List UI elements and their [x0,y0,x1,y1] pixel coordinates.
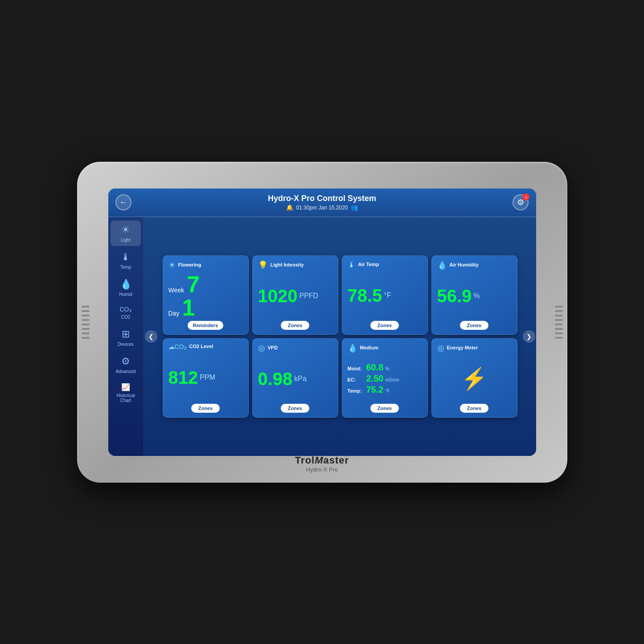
card-humidity-header: 💧 Air Humidity [437,260,512,270]
brand-sub: Hydro-X Pro [295,466,349,473]
humidity-zones-button[interactable]: Zones [460,321,488,330]
energy-zones-button[interactable]: Zones [460,404,488,413]
week-row: Week 7 [168,273,243,296]
vpd-value: 0.98 [258,370,293,388]
humidity-unit: % [473,292,480,300]
back-button[interactable]: ← [115,194,131,210]
network-icon: 👥 [351,204,358,211]
moist-value: 60.8 [366,362,384,373]
sidebar-item-light[interactable]: ☀ Light [111,221,141,246]
light-value-area: 1020 PPFD [258,273,332,319]
flowering-title: Flowering [178,262,201,268]
sidebar-label-historical: Historical Chart [112,393,139,403]
sidebar-label-humid: Humid [119,292,132,297]
vent-right [555,306,563,339]
card-flowering-header: ☀ Flowering [168,260,243,270]
ec-value: 2.50 [366,373,384,384]
card-medium: 💧 Medium Moist: 60.8 % EC: [342,338,428,418]
sidebar-item-historical[interactable]: 📈 Historical Chart [111,379,141,406]
screen: ← Hydro-X Pro Control System 🔔 01:30pm J… [108,189,536,456]
vpd-title: VPD [268,345,278,351]
screen-bezel: ← Hydro-X Pro Control System 🔔 01:30pm J… [108,189,536,456]
co2-value-area: 812 PPM [168,353,243,402]
alert-icon: 🔔 [286,204,293,211]
co2-title: CO2 Level [189,344,213,349]
co2-level-icon: ☁CO₂ [168,343,187,350]
nav-left-button[interactable]: ❮ [145,330,157,343]
device-brand: TrolMaster Hydro-X Pro [295,455,349,473]
app-title: Hydro-X Pro Control System [268,194,376,203]
card-medium-header: 💧 Medium [348,343,422,353]
medium-icon: 💧 [348,343,357,353]
temp-unit: °F [384,291,391,299]
sidebar-item-devices[interactable]: ⊞ Devices [111,325,141,350]
day-label: Day [168,310,180,317]
ec-unit: mS/cm [385,377,399,382]
light-value: 1020 [258,287,298,305]
notification-badge: 1 [522,193,529,201]
flowering-icon: ☀ [168,260,176,270]
vpd-zones-button[interactable]: Zones [281,404,309,413]
card-energy: ◎ Energy Meter ⚡ Zones [431,338,517,418]
sidebar-item-temp[interactable]: 🌡 Temp [111,248,141,273]
card-grid: ☀ Flowering Week 7 Day 1 [163,255,517,418]
humidity-value-area: 56.9 % [437,273,512,319]
temp-icon: 🌡 [121,251,131,263]
sidebar-label-light: Light [121,238,131,242]
week-label: Week [168,287,185,294]
air-temp-title: Air Temp [358,262,379,267]
day-row: Day 1 [168,296,243,319]
card-temp-header: 🌡 Air Temp [348,260,422,270]
vpd-value-area: 0.98 kPa [258,356,332,402]
moist-label: Moist: [348,366,365,371]
medium-temp-row: Temp: 75.2 °F [348,385,422,395]
energy-icon: ◎ [437,343,444,353]
reminders-button[interactable]: Reminders [188,321,224,330]
energy-title: Energy Meter [447,345,478,351]
header-center: Hydro-X Pro Control System 🔔 01:30pm Jan… [268,194,376,211]
energy-bolt-icon: ⚡ [461,366,488,391]
humidity-value: 56.9 [437,287,472,305]
medium-temp-value: 75.2 [366,385,384,395]
sidebar-label-devices: Devices [118,342,134,347]
vent-left [82,306,90,339]
main-content: ☀ Light 🌡 Temp 💧 Humid CO₂ CO2 [108,217,536,456]
sidebar-item-humid[interactable]: 💧 Humid [111,275,141,300]
humid-icon: 💧 [120,279,132,290]
sidebar: ☀ Light 🌡 Temp 💧 Humid CO₂ CO2 [108,217,144,456]
light-icon: ☀ [121,224,130,236]
brand-name: TrolMaster [295,455,349,466]
sidebar-label-temp: Temp [120,265,131,270]
air-temp-icon: 🌡 [348,260,356,270]
card-co2: ☁CO₂ CO2 Level 812 PPM Zones [163,338,249,418]
card-energy-header: ◎ Energy Meter [437,343,512,353]
card-vpd-header: ◎ VPD [258,343,332,353]
nav-right-button[interactable]: ❯ [523,330,535,343]
temp-value: 78.5 [348,287,382,304]
datetime: 01:30pm Jan 15,2020 [296,205,348,211]
historical-icon: 📈 [121,383,130,391]
sidebar-item-advanced[interactable]: ⚙ Advanced [111,352,141,377]
sidebar-item-co2[interactable]: CO₂ CO2 [111,302,141,323]
flowering-content: Week 7 Day 1 [168,273,243,319]
nav-right-icon: ❯ [526,333,532,340]
temp-zones-button[interactable]: Zones [370,321,399,330]
back-icon: ← [119,198,127,207]
temp-value-area: 78.5 °F [348,272,422,319]
co2-unit: PPM [200,373,215,381]
moist-unit: % [385,366,389,371]
vpd-unit: kPa [294,375,307,383]
medium-zones-button[interactable]: Zones [370,404,399,413]
sidebar-label-advanced: Advanced [116,369,135,374]
co2-icon: CO₂ [120,306,132,313]
settings-button[interactable]: ⚙ 1 [513,194,529,210]
card-light-intensity: 💡 Light Intensity 1020 PPFD Zones [252,255,338,335]
header-subtitle: 🔔 01:30pm Jan 15,2020 👥 [268,204,376,211]
day-value: 1 [182,296,195,319]
co2-zones-button[interactable]: Zones [191,404,220,413]
light-zones-button[interactable]: Zones [281,321,309,330]
medium-temp-label: Temp: [348,388,365,394]
card-air-temp: 🌡 Air Temp 78.5 °F Zones [342,255,428,335]
card-vpd: ◎ VPD 0.98 kPa Zones [252,338,338,418]
medium-title: Medium [360,345,379,351]
